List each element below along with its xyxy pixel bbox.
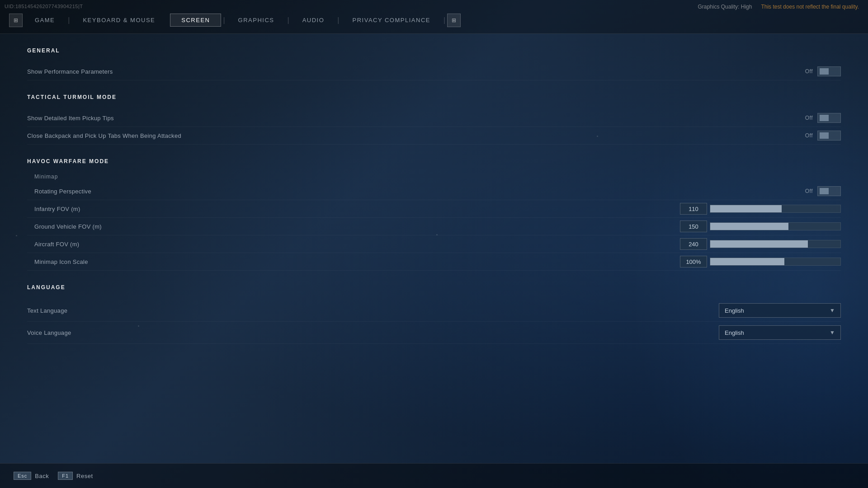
setting-text-language: Text Language English ▼ bbox=[27, 300, 841, 322]
toggle-item-pickup-container: Off bbox=[805, 113, 841, 123]
tab-separator: | bbox=[67, 16, 71, 24]
reset-key-badge: F1 bbox=[58, 472, 73, 480]
reset-label: Reset bbox=[76, 473, 93, 479]
setting-minimap-icon-scale: Minimap Icon Scale 100% bbox=[27, 253, 841, 271]
aircraft-fov-value: 240 bbox=[680, 238, 707, 250]
setting-rotating-perspective-label: Rotating Perspective bbox=[27, 188, 805, 195]
tab-icon-left-symbol: ⊞ bbox=[14, 17, 18, 23]
toggle-track bbox=[818, 131, 840, 140]
tab-separator: | bbox=[287, 16, 290, 24]
ground-vehicle-fov-slider[interactable] bbox=[710, 221, 841, 231]
bottom-bar: Esc Back F1 Reset bbox=[0, 463, 868, 488]
toggle-thumb bbox=[820, 188, 829, 194]
tab-separator: | bbox=[222, 16, 226, 24]
voice-language-dropdown[interactable]: English ▼ bbox=[719, 325, 841, 340]
setting-ground-vehicle-fov: Ground Vehicle FOV (m) 150 bbox=[27, 218, 841, 235]
reset-button[interactable]: F1 Reset bbox=[58, 472, 93, 480]
toggle-rotating[interactable] bbox=[817, 186, 841, 196]
toggle-close-backpack-container: Off bbox=[805, 131, 841, 141]
section-language-title: LANGUAGE bbox=[27, 284, 841, 292]
slider-fill bbox=[710, 205, 782, 212]
section-tactical-title: TACTICAL TURMOIL MODE bbox=[27, 94, 841, 102]
setting-aircraft-fov-label: Aircraft FOV (m) bbox=[27, 241, 680, 248]
tab-icon-right[interactable]: ⊞ bbox=[447, 14, 461, 27]
tab-bar: ⊞ GAME | KEYBOARD & MOUSE SCREEN | GRAPH… bbox=[0, 0, 868, 34]
voice-language-value: English bbox=[725, 329, 744, 336]
toggle-thumb bbox=[820, 68, 829, 75]
slider-fill bbox=[710, 258, 784, 265]
toggle-track bbox=[818, 67, 840, 76]
section-havoc: HAVOC WARFARE MODE Minimap Rotating Pers… bbox=[27, 158, 841, 271]
text-language-value: English bbox=[725, 307, 744, 314]
chevron-down-icon: ▼ bbox=[830, 307, 835, 314]
tab-privacy[interactable]: PRIVACY COMPLIANCE bbox=[341, 14, 442, 27]
slider-fill bbox=[710, 240, 808, 248]
setting-item-pickup-tips: Show Detailed Item Pickup Tips Off bbox=[27, 109, 841, 127]
setting-text-language-label: Text Language bbox=[27, 307, 719, 314]
toggle-show-performance-value: Off bbox=[805, 68, 813, 75]
toggle-track bbox=[818, 187, 840, 196]
tab-screen[interactable]: SCREEN bbox=[170, 14, 221, 27]
minimap-icon-scale-slider[interactable] bbox=[710, 257, 841, 267]
setting-ground-vehicle-fov-label: Ground Vehicle FOV (m) bbox=[27, 223, 680, 230]
section-general: GENERAL Show Performance Parameters Off bbox=[27, 47, 841, 80]
setting-show-performance-label: Show Performance Parameters bbox=[27, 68, 805, 75]
setting-minimap-icon-scale-label: Minimap Icon Scale bbox=[27, 258, 680, 265]
tab-separator: | bbox=[336, 16, 340, 24]
chevron-down-icon: ▼ bbox=[830, 329, 835, 336]
main-content: ⊞ GAME | KEYBOARD & MOUSE SCREEN | GRAPH… bbox=[0, 0, 868, 488]
infantry-fov-value: 110 bbox=[680, 203, 707, 215]
tab-game[interactable]: GAME bbox=[24, 14, 66, 27]
aircraft-fov-slider[interactable] bbox=[710, 239, 841, 249]
infantry-fov-slider[interactable] bbox=[710, 204, 841, 214]
toggle-close-backpack-value: Off bbox=[805, 132, 813, 139]
minimap-icon-scale-value: 100% bbox=[680, 256, 707, 267]
slider-fill bbox=[710, 223, 788, 230]
setting-rotating-perspective: Rotating Perspective Off bbox=[27, 183, 841, 200]
slider-track bbox=[710, 258, 841, 266]
toggle-show-performance-container: Off bbox=[805, 66, 841, 76]
subsection-minimap: Minimap Rotating Perspective Off bbox=[27, 174, 841, 271]
setting-show-performance: Show Performance Parameters Off bbox=[27, 63, 841, 80]
ground-vehicle-fov-value: 150 bbox=[680, 221, 707, 232]
tab-audio[interactable]: AUDIO bbox=[291, 14, 336, 27]
tab-icon-left[interactable]: ⊞ bbox=[9, 14, 23, 27]
toggle-item-pickup[interactable] bbox=[817, 113, 841, 123]
toggle-rotating-container: Off bbox=[805, 186, 841, 196]
tab-keyboard-mouse[interactable]: KEYBOARD & MOUSE bbox=[71, 14, 166, 27]
toggle-close-backpack[interactable] bbox=[817, 131, 841, 141]
settings-content: GENERAL Show Performance Parameters Off … bbox=[0, 34, 868, 463]
slider-track bbox=[710, 222, 841, 230]
setting-close-backpack-label: Close Backpack and Pick Up Tabs When Bei… bbox=[27, 132, 805, 139]
setting-item-pickup-tips-label: Show Detailed Item Pickup Tips bbox=[27, 115, 805, 122]
back-label: Back bbox=[35, 473, 49, 479]
setting-infantry-fov: Infantry FOV (m) 110 bbox=[27, 200, 841, 218]
toggle-thumb bbox=[820, 115, 829, 121]
section-havoc-title: HAVOC WARFARE MODE bbox=[27, 158, 841, 166]
slider-track bbox=[710, 205, 841, 213]
section-language: LANGUAGE Text Language English ▼ Voice L… bbox=[27, 284, 841, 344]
back-button[interactable]: Esc Back bbox=[14, 472, 49, 480]
section-tactical: TACTICAL TURMOIL MODE Show Detailed Item… bbox=[27, 94, 841, 145]
toggle-thumb bbox=[820, 132, 829, 139]
toggle-rotating-value: Off bbox=[805, 188, 813, 194]
toggle-track bbox=[818, 113, 840, 122]
slider-track bbox=[710, 240, 841, 248]
setting-voice-language-label: Voice Language bbox=[27, 329, 719, 336]
toggle-show-performance[interactable] bbox=[817, 66, 841, 76]
tab-icon-right-symbol: ⊞ bbox=[452, 17, 456, 23]
section-general-title: GENERAL bbox=[27, 47, 841, 56]
setting-voice-language: Voice Language English ▼ bbox=[27, 322, 841, 344]
back-key-badge: Esc bbox=[14, 472, 31, 480]
tab-graphics[interactable]: GRAPHICS bbox=[227, 14, 286, 27]
subsection-minimap-title: Minimap bbox=[34, 174, 841, 180]
setting-close-backpack: Close Backpack and Pick Up Tabs When Bei… bbox=[27, 127, 841, 145]
setting-aircraft-fov: Aircraft FOV (m) 240 bbox=[27, 235, 841, 253]
toggle-item-pickup-value: Off bbox=[805, 115, 813, 121]
text-language-dropdown[interactable]: English ▼ bbox=[719, 303, 841, 318]
tab-separator: | bbox=[443, 16, 446, 24]
setting-infantry-fov-label: Infantry FOV (m) bbox=[27, 206, 680, 212]
